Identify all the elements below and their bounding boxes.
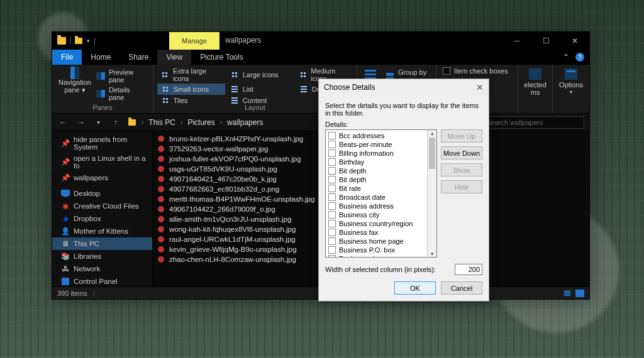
crumb-wallpapers[interactable]: wallpapers xyxy=(227,118,263,127)
nav-pane-icon xyxy=(70,68,79,77)
titlebar: ▾ | Manage wallpapers ─ ☐ ✕ xyxy=(52,32,589,50)
preview-pane-toggle[interactable]: Preview pane xyxy=(94,67,149,85)
image-icon xyxy=(158,136,164,142)
svg-rect-11 xyxy=(529,68,541,80)
checkbox[interactable] xyxy=(328,193,336,201)
image-icon xyxy=(158,176,164,182)
choose-details-dialog: Choose Details ✕ Select the details you … xyxy=(318,79,489,301)
checkbox[interactable] xyxy=(328,211,336,219)
pc-icon: 🖥 xyxy=(61,239,70,248)
dialog-close-button[interactable]: ✕ xyxy=(476,82,484,92)
details-item[interactable]: Business phone xyxy=(327,254,426,257)
menu-picture-tools[interactable]: Picture Tools xyxy=(191,50,252,65)
menu-share[interactable]: Share xyxy=(119,50,157,65)
image-icon xyxy=(158,256,164,263)
details-item[interactable]: Beats-per-minute xyxy=(327,140,426,149)
details-pane-toggle[interactable]: Details pane xyxy=(94,85,149,102)
details-item[interactable]: Bcc addresses xyxy=(327,131,426,140)
collapse-ribbon-icon[interactable]: ⌃ xyxy=(563,53,569,62)
details-item[interactable]: Billing information xyxy=(327,149,426,158)
details-item[interactable]: Bit depth xyxy=(327,175,426,184)
checkbox[interactable] xyxy=(328,158,336,166)
nav-item-thispc[interactable]: 🖥This PC xyxy=(52,237,152,250)
help-icon[interactable]: ? xyxy=(575,53,584,62)
details-item[interactable]: Bit depth xyxy=(327,166,426,175)
move-up-button[interactable]: Move Up xyxy=(441,129,482,143)
checkbox[interactable] xyxy=(328,246,336,254)
details-item[interactable]: Bit rate xyxy=(327,184,426,193)
back-button[interactable]: ← xyxy=(57,117,69,127)
menu-home[interactable]: Home xyxy=(82,50,119,65)
scrollbar[interactable] xyxy=(427,130,436,257)
layout-sm-icons[interactable]: Small icons xyxy=(157,84,225,95)
nav-item[interactable]: 👤Mother of Kittens xyxy=(52,225,152,237)
nav-item[interactable]: ◉Creative Cloud Files xyxy=(52,200,152,212)
details-item[interactable]: Business P.O. box xyxy=(327,246,426,254)
close-button[interactable]: ✕ xyxy=(560,32,589,50)
history-dropdown[interactable]: ▾ xyxy=(92,119,104,126)
cancel-button[interactable]: Cancel xyxy=(441,281,482,295)
details-item[interactable]: Broadcast date xyxy=(327,193,426,202)
image-icon xyxy=(158,236,164,242)
layout-lg-icons[interactable]: Large icons xyxy=(226,66,294,84)
up-button[interactable]: ↑ xyxy=(110,117,121,127)
show-button[interactable]: Show xyxy=(441,163,482,176)
nav-item[interactable]: ◈Dropbox xyxy=(52,212,152,225)
checkbox[interactable] xyxy=(328,229,336,236)
crumb-pictures[interactable]: Pictures xyxy=(187,118,214,127)
qat-dropdown-icon[interactable]: ▾ xyxy=(87,38,90,44)
layout-list[interactable]: List xyxy=(226,84,294,95)
view-thumbs-icon[interactable] xyxy=(575,290,584,297)
quick-item[interactable]: 📌open a Linux shell in a fo xyxy=(52,153,152,171)
checkbox[interactable] xyxy=(328,185,336,192)
nav-item[interactable]: 📚Libraries xyxy=(52,250,152,263)
details-item[interactable]: Business address xyxy=(327,202,426,210)
nav-item[interactable]: Control Panel xyxy=(52,275,152,286)
checkbox[interactable] xyxy=(328,149,336,157)
layout-xl-icons[interactable]: Extra large icons xyxy=(157,66,225,84)
ok-button[interactable]: OK xyxy=(394,281,436,295)
checkbox[interactable] xyxy=(328,167,336,175)
view-details-icon[interactable] xyxy=(563,290,572,297)
move-down-button[interactable]: Move Down xyxy=(441,146,482,160)
item-count: 390 items xyxy=(57,290,87,297)
maximize-button[interactable]: ☐ xyxy=(531,32,560,50)
nav-item[interactable]: 🖧Network xyxy=(52,263,152,275)
checkbox[interactable] xyxy=(328,141,336,148)
details-item[interactable]: Business fax xyxy=(327,228,426,237)
nav-desktop[interactable]: Desktop xyxy=(52,184,152,200)
checkbox[interactable] xyxy=(328,220,336,227)
crumb-thispc[interactable]: This PC xyxy=(148,118,175,127)
details-item[interactable]: Business city xyxy=(327,210,426,219)
menu-file[interactable]: File xyxy=(52,50,82,65)
details-item[interactable]: Business home page xyxy=(327,237,426,246)
qat-icon[interactable] xyxy=(75,38,82,44)
checkbox[interactable] xyxy=(328,176,336,183)
dialog-hint: Select the details you want to display f… xyxy=(319,95,489,121)
details-listbox[interactable]: Bcc addressesBeats-per-minuteBilling inf… xyxy=(325,129,437,258)
image-icon xyxy=(158,226,164,232)
details-item[interactable]: Birthday xyxy=(327,158,426,166)
hide-button[interactable]: Hide xyxy=(441,180,482,193)
checkbox[interactable] xyxy=(328,202,336,210)
scrollbar-thumb[interactable] xyxy=(429,138,435,169)
width-input[interactable] xyxy=(455,264,482,275)
hide-selected-button[interactable]: elected ms xyxy=(522,66,548,113)
checkbox[interactable] xyxy=(328,255,336,257)
image-icon xyxy=(158,246,164,252)
svg-rect-20 xyxy=(564,291,570,292)
svg-rect-9 xyxy=(386,73,394,76)
menu-view[interactable]: View xyxy=(157,50,191,65)
image-icon xyxy=(158,216,164,222)
forward-button[interactable]: → xyxy=(75,117,86,127)
quick-item[interactable]: 📌hide panels from System xyxy=(52,134,152,153)
minimize-button[interactable]: ─ xyxy=(502,32,531,50)
quick-item[interactable]: 📌wallpapers xyxy=(52,171,152,184)
item-checkboxes-toggle[interactable]: Item check boxes xyxy=(440,66,514,76)
tab-manage[interactable]: Manage xyxy=(169,32,219,50)
checkbox[interactable] xyxy=(328,237,336,245)
details-item[interactable]: Business country/region xyxy=(327,219,426,228)
svg-rect-7 xyxy=(365,73,376,75)
checkbox[interactable] xyxy=(328,132,336,139)
options-button[interactable]: Options▾ xyxy=(557,66,586,106)
